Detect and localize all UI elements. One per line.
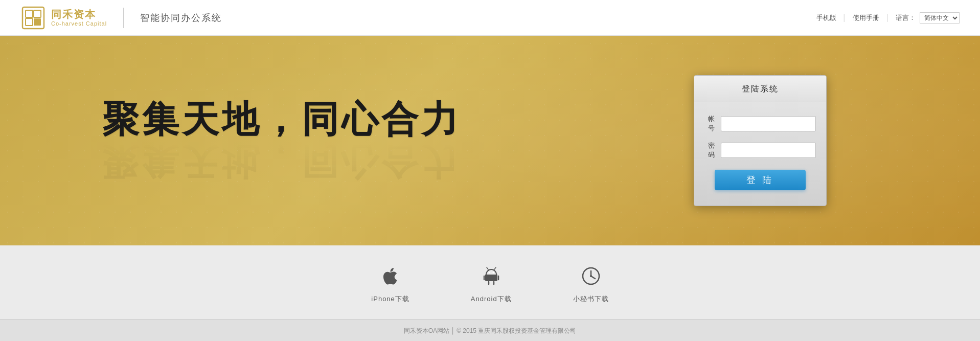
svg-rect-2 [34,10,41,17]
header-divider [123,8,124,28]
svg-point-16 [590,275,592,277]
logo-text: 同禾资本 Co-harvest Capital [51,8,107,27]
login-form: 帐 号 密 码 登 陆 [694,102,826,190]
footer-text: 同禾资本OA网站 │ © 2015 重庆同禾股权投资基金管理有限公司 [404,327,577,334]
password-label: 密 码 [704,141,717,160]
login-box: 登陆系统 帐 号 密 码 登 陆 [694,75,827,206]
svg-point-6 [492,272,494,274]
login-title: 登陆系统 [694,76,826,102]
brochure-label: 小秘书下载 [573,294,609,304]
download-section: iPhone下载 Android下载 [0,245,980,319]
banner-reflection: 聚集天地，同心合力 [102,142,461,182]
svg-line-12 [494,267,496,269]
header-nav: 手机版 │ 使用手册 │ 语言： 简体中文 English [816,12,960,24]
footer: 同禾资本OA网站 │ © 2015 重庆同禾股权投资基金管理有限公司 [0,319,980,341]
svg-point-5 [488,272,490,274]
logo-icon [20,5,46,31]
manual-link[interactable]: 使用手册 [853,13,879,22]
mobile-link[interactable]: 手机版 [816,13,836,22]
password-row: 密 码 [704,141,816,160]
header: 同禾资本 Co-harvest Capital 智能协同办公系统 手机版 │ 使… [0,0,980,36]
android-download[interactable]: Android下载 [471,266,512,304]
password-input[interactable] [721,143,816,158]
brochure-icon [581,266,601,289]
login-button[interactable]: 登 陆 [715,170,806,190]
brochure-download[interactable]: 小秘书下载 [573,266,609,304]
apple-icon [380,266,401,289]
banner-text: 聚集天地，同心合力 聚集天地，同心合力 [102,99,461,182]
android-label: Android下载 [471,294,512,304]
logo: 同禾资本 Co-harvest Capital [20,5,107,31]
header-subtitle: 智能协同办公系统 [140,12,222,24]
language-select[interactable]: 简体中文 English [920,12,960,24]
svg-rect-1 [26,10,33,17]
username-input[interactable] [721,116,816,131]
banner-section: 聚集天地，同心合力 聚集天地，同心合力 登陆系统 帐 号 密 码 登 陆 [0,36,980,245]
svg-line-11 [487,267,488,269]
svg-rect-4 [34,18,41,26]
banner-main-text: 聚集天地，同心合力 [102,99,461,140]
android-icon [481,266,502,289]
header-left: 同禾资本 Co-harvest Capital 智能协同办公系统 [20,5,222,31]
username-row: 帐 号 [704,115,816,133]
iphone-label: iPhone下载 [371,294,409,304]
lang-label: 语言： [896,13,916,22]
iphone-download[interactable]: iPhone下载 [371,266,409,304]
username-label: 帐 号 [704,115,717,133]
logo-chinese: 同禾资本 [51,8,107,20]
svg-rect-3 [26,18,33,26]
logo-english: Co-harvest Capital [51,20,107,27]
